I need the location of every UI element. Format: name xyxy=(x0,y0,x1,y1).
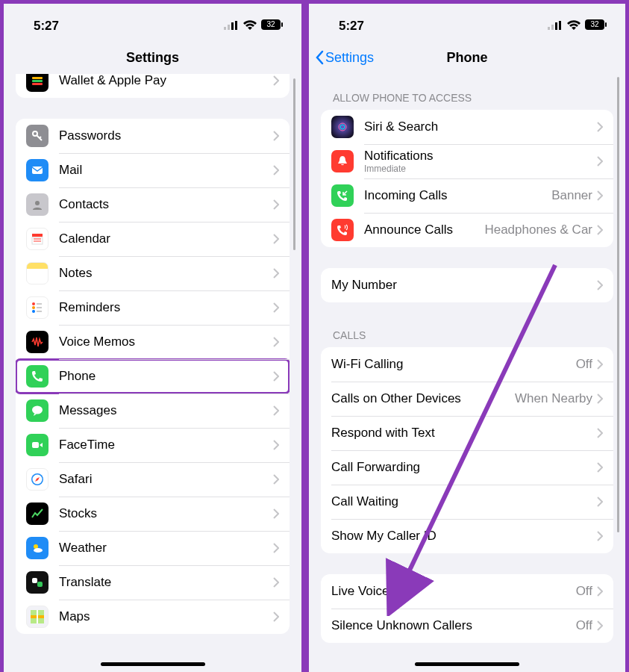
row-my-number[interactable]: My Number xyxy=(321,268,613,302)
svg-rect-0 xyxy=(224,27,226,30)
key-icon xyxy=(26,125,48,147)
settings-row-voice-memos[interactable]: Voice Memos xyxy=(16,325,290,359)
row-siri-search[interactable]: Siri & Search xyxy=(321,110,613,144)
settings-row-phone[interactable]: Phone xyxy=(16,359,290,393)
home-indicator[interactable] xyxy=(101,662,205,666)
messages-icon xyxy=(26,399,48,422)
row-call-forwarding[interactable]: Call Forwarding xyxy=(321,450,613,485)
row-silence-unknown[interactable]: Silence Unknown Callers Off xyxy=(321,609,613,643)
settings-row-contacts[interactable]: Contacts xyxy=(16,187,290,222)
chevron-right-icon xyxy=(273,75,279,86)
chevron-right-icon xyxy=(597,497,603,507)
stocks-icon xyxy=(26,503,48,525)
settings-row-calendar[interactable]: Calendar xyxy=(16,222,290,256)
chevron-right-icon xyxy=(273,543,279,553)
scroll-indicator[interactable] xyxy=(293,78,295,250)
settings-row-stocks[interactable]: Stocks xyxy=(16,497,290,531)
svg-point-16 xyxy=(32,302,35,305)
settings-row-passwords[interactable]: Passwords xyxy=(16,119,290,153)
row-detail: When Nearby xyxy=(515,391,592,406)
facetime-icon xyxy=(26,434,48,456)
status-time: 5:27 xyxy=(34,19,59,34)
chevron-right-icon xyxy=(597,531,603,541)
chevron-right-icon xyxy=(273,440,279,450)
chevron-right-icon xyxy=(273,165,279,175)
row-detail: Off xyxy=(576,618,592,633)
row-calls-other-devices[interactable]: Calls on Other Devices When Nearby xyxy=(321,382,613,416)
battery-icon: 32 xyxy=(261,19,284,33)
calendar-icon xyxy=(26,228,48,250)
row-label: Live Voicemail xyxy=(331,584,576,599)
chevron-right-icon xyxy=(273,474,279,485)
row-notifications[interactable]: Notifications Immediate xyxy=(321,144,613,178)
row-label: Reminders xyxy=(59,300,273,315)
allow-access-group: Siri & Search Notifications Immediate In… xyxy=(321,110,613,247)
settings-row-reminders[interactable]: Reminders xyxy=(16,290,290,325)
announce-icon xyxy=(331,219,354,241)
chevron-right-icon xyxy=(273,577,279,588)
row-label: Respond with Text xyxy=(331,426,597,441)
voicemail-group: Live Voicemail Off Silence Unknown Calle… xyxy=(321,574,613,643)
back-button[interactable]: Settings xyxy=(315,50,374,66)
settings-row-messages[interactable]: Messages xyxy=(16,393,290,428)
chevron-right-icon xyxy=(273,508,279,519)
mail-icon xyxy=(26,159,48,181)
scroll-indicator[interactable] xyxy=(617,77,619,532)
row-show-caller-id[interactable]: Show My Caller ID xyxy=(321,519,613,553)
svg-rect-32 xyxy=(551,25,554,30)
row-call-waiting[interactable]: Call Waiting xyxy=(321,485,613,519)
status-time: 5:27 xyxy=(339,19,364,34)
settings-row-mail[interactable]: Mail xyxy=(16,153,290,187)
chevron-right-icon xyxy=(273,199,279,210)
chevron-left-icon xyxy=(315,50,324,65)
svg-point-11 xyxy=(35,201,40,205)
section-header-calls: Calls xyxy=(309,323,625,347)
svg-rect-12 xyxy=(32,234,43,237)
svg-rect-1 xyxy=(228,25,230,30)
row-live-voicemail[interactable]: Live Voicemail Off xyxy=(321,574,613,609)
svg-rect-7 xyxy=(32,80,43,82)
notes-icon xyxy=(26,262,48,284)
settings-row-wallet[interactable]: Wallet & Apple Pay xyxy=(16,74,290,98)
row-incoming-calls[interactable]: Incoming Calls Banner xyxy=(321,178,613,213)
settings-group-apps: App Store Wallet & Apple Pay xyxy=(16,74,290,98)
row-label: Mail xyxy=(59,163,273,178)
settings-row-notes[interactable]: Notes xyxy=(16,256,290,290)
row-label: Translate xyxy=(59,575,273,590)
page-title: Phone xyxy=(446,50,487,66)
svg-point-22 xyxy=(32,406,43,414)
settings-group-main: Passwords Mail Contacts Calendar xyxy=(16,119,290,634)
svg-rect-2 xyxy=(231,22,234,30)
row-label: Stocks xyxy=(59,506,273,521)
voice-memos-icon xyxy=(26,331,48,353)
row-wifi-calling[interactable]: Wi-Fi Calling Off xyxy=(321,347,613,382)
settings-row-maps[interactable]: Maps xyxy=(16,600,290,634)
cellular-icon xyxy=(548,19,563,33)
row-label: Wallet & Apple Pay xyxy=(59,74,273,88)
row-respond-with-text[interactable]: Respond with Text xyxy=(321,416,613,450)
row-label: Silence Unknown Callers xyxy=(331,618,576,633)
row-detail: Off xyxy=(576,357,592,372)
row-label: Wi-Fi Calling xyxy=(331,357,576,372)
row-label: Phone xyxy=(59,369,273,384)
row-label: Notes xyxy=(59,266,273,281)
back-label: Settings xyxy=(325,50,374,66)
chevron-right-icon xyxy=(597,428,603,438)
row-label: Calls on Other Devices xyxy=(331,391,515,406)
svg-point-27 xyxy=(34,548,43,553)
chevron-right-icon xyxy=(597,586,603,597)
home-indicator[interactable] xyxy=(415,662,519,666)
settings-row-weather[interactable]: Weather xyxy=(16,531,290,565)
settings-row-safari[interactable]: Safari xyxy=(16,462,290,497)
chevron-right-icon xyxy=(597,393,603,404)
settings-row-facetime[interactable]: FaceTime xyxy=(16,428,290,462)
svg-rect-28 xyxy=(32,578,37,583)
status-icons: 32 xyxy=(224,19,284,33)
settings-row-translate[interactable]: Translate xyxy=(16,565,290,600)
wallet-icon xyxy=(26,74,48,92)
row-label: FaceTime xyxy=(59,438,273,452)
row-label: Contacts xyxy=(59,197,273,212)
row-label: Call Waiting xyxy=(331,494,597,509)
row-announce-calls[interactable]: Announce Calls Headphones & Car xyxy=(321,213,613,247)
chevron-right-icon xyxy=(273,371,279,382)
